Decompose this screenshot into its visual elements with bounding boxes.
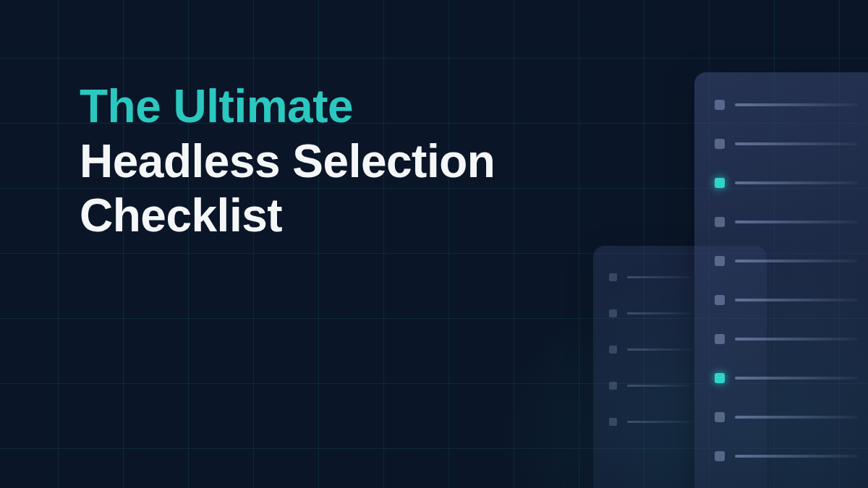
checkbox-icon — [715, 139, 725, 149]
headline-line-2: Headless Selection — [80, 134, 644, 189]
checkbox-icon — [715, 100, 725, 110]
checkbox-icon — [715, 217, 725, 227]
line-icon — [627, 276, 692, 278]
line-icon — [735, 221, 858, 223]
list-item — [715, 256, 858, 266]
hero-headline: The Ultimate Headless Selection Checklis… — [80, 80, 644, 244]
line-icon — [735, 377, 858, 380]
line-icon — [735, 416, 858, 419]
list-item — [609, 309, 692, 317]
line-icon — [627, 348, 692, 351]
checkbox-icon — [609, 346, 617, 354]
checkbox-icon — [609, 309, 617, 317]
line-icon — [735, 260, 858, 262]
line-icon — [627, 312, 692, 314]
line-icon — [627, 385, 692, 387]
checkbox-icon — [609, 382, 617, 390]
line-icon — [627, 421, 692, 423]
checkbox-checked-icon — [715, 373, 725, 383]
list-item — [609, 418, 692, 426]
list-item — [609, 273, 692, 281]
list-item — [715, 217, 858, 227]
list-item — [715, 334, 858, 344]
list-item — [609, 382, 692, 390]
checkbox-icon — [609, 273, 617, 281]
checkbox-icon — [715, 334, 725, 344]
checkbox-icon — [609, 418, 617, 426]
line-icon — [735, 338, 858, 341]
headline-accent: The Ultimate — [80, 80, 644, 134]
list-item — [715, 451, 858, 461]
line-icon — [735, 455, 858, 458]
checkbox-icon — [715, 451, 725, 461]
checkbox-icon — [715, 256, 725, 266]
line-icon — [735, 103, 858, 106]
list-item — [609, 346, 692, 354]
list-item — [715, 295, 858, 305]
list-item — [715, 100, 858, 110]
checklist-card-front — [694, 72, 868, 488]
list-item — [715, 139, 858, 149]
line-icon — [735, 181, 858, 184]
list-item — [715, 178, 858, 188]
headline-line-3: Checklist — [80, 189, 644, 244]
list-item — [715, 412, 858, 422]
line-icon — [735, 299, 858, 301]
checkbox-icon — [715, 295, 725, 305]
line-icon — [735, 142, 858, 145]
checkbox-checked-icon — [715, 178, 725, 188]
checkbox-icon — [715, 412, 725, 422]
list-item — [715, 373, 858, 383]
